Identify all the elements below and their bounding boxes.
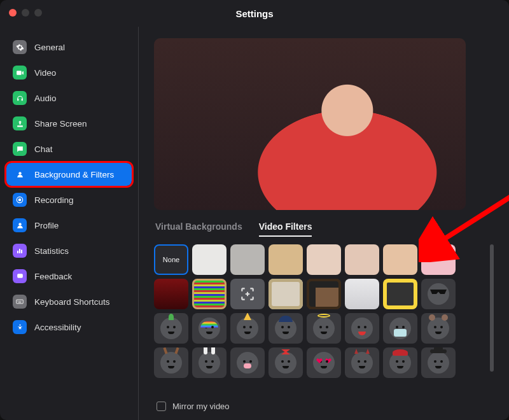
filter-tint-peach[interactable] [383,244,417,275]
tab-virtual-backgrounds[interactable]: Virtual Backgrounds [155,221,242,237]
filter-cap[interactable] [268,313,303,344]
filter-bunny-ears[interactable] [192,347,227,378]
filter-surgical-mask[interactable] [383,313,417,344]
filter-tint-gray[interactable] [230,244,265,275]
sidebar-item-label: Keyboard Shortcuts [34,297,110,307]
filter-sprout[interactable] [154,313,188,344]
svg-point-3 [18,223,21,225]
filter-mirror-frame[interactable] [268,279,303,309]
sidebar-item-label: Feedback [34,272,72,281]
feedback-icon [13,269,27,283]
sidebar-item-label: Recording [34,195,74,205]
filter-horns[interactable] [345,347,379,378]
filter-emoji-frame[interactable] [383,279,417,309]
filter-tint-pink[interactable] [421,244,456,275]
mirror-video-row: Mirror my video [154,402,496,411]
minimize-window-button[interactable] [22,9,29,17]
filter-old-tv[interactable] [307,279,341,309]
svg-point-8 [18,275,20,276]
filter-none[interactable]: None [154,244,188,275]
svg-rect-6 [21,250,22,254]
sidebar-item-label: Audio [34,94,57,103]
video-filters-grid: None [154,244,466,395]
sidebar-item-record[interactable]: Recording [6,188,132,211]
chat-icon [13,142,27,156]
profile-icon [13,218,27,232]
sidebar-item-label: Accessibility [34,323,81,332]
gear-icon [13,40,27,54]
settings-sidebar: GeneralVideoAudioShare ScreenChatBackgro… [0,27,139,420]
filter-tint-light[interactable] [192,244,227,275]
sidebar-item-label: Profile [34,221,59,230]
settings-window: Settings GeneralVideoAudioShare ScreenCh… [0,0,509,420]
filter-party-hat[interactable] [230,313,265,344]
video-icon [13,66,27,80]
filter-sunglasses[interactable] [421,279,456,309]
svg-rect-5 [19,249,20,253]
sidebar-item-label: Video [34,68,56,78]
sidebar-item-headphones[interactable]: Audio [6,87,132,109]
record-icon [13,193,27,207]
sidebar-item-person[interactable]: Background & Filters [6,163,132,186]
svg-rect-10 [17,300,24,304]
svg-rect-12 [19,301,20,302]
close-window-button[interactable] [9,9,17,17]
sidebar-item-share[interactable]: Share Screen [6,112,132,135]
filter-tint-tan[interactable] [268,244,303,275]
sidebar-item-label: Background & Filters [34,170,114,179]
filter-halo[interactable] [307,313,341,344]
sidebar-item-label: Chat [34,144,53,154]
keyboard-icon [13,295,27,309]
svg-point-15 [19,324,20,325]
svg-rect-7 [17,274,23,278]
zoom-window-button[interactable] [34,9,42,17]
sidebar-item-chat[interactable]: Chat [6,137,132,160]
window-title: Settings [235,8,273,19]
filter-fedora[interactable] [421,347,456,378]
stats-icon [13,244,27,258]
window-controls [9,9,42,17]
filter-heart-glasses[interactable] [307,347,341,378]
svg-rect-14 [18,302,22,303]
filter-theater[interactable] [154,279,188,309]
filter-bow[interactable] [268,347,303,378]
filter-antlers[interactable] [154,347,188,378]
filter-tint-rose[interactable] [345,244,379,275]
headphones-icon [13,91,27,105]
filter-tint-warm[interactable] [307,244,341,275]
sidebar-item-stats[interactable]: Statistics [6,239,132,262]
sidebar-item-label: General [34,43,65,52]
filter-studio[interactable] [345,279,379,309]
sidebar-item-profile[interactable]: Profile [6,214,132,237]
sidebar-item-video[interactable]: Video [6,61,132,84]
svg-point-9 [20,275,22,276]
sidebar-item-label: Statistics [34,246,69,256]
video-preview [154,38,466,210]
filter-rainbow[interactable] [192,313,227,344]
person-icon [13,167,27,181]
sidebar-item-gear[interactable]: General [6,36,132,59]
filter-mouse-ears[interactable] [421,313,456,344]
svg-point-0 [18,172,21,174]
filter-beret[interactable] [383,347,417,378]
settings-main: Virtual Backgrounds Video Filters None M… [139,27,509,420]
filter-lips[interactable] [345,313,379,344]
sidebar-item-keyboard[interactable]: Keyboard Shortcuts [6,290,132,313]
share-icon [13,116,27,130]
filter-crop-frame[interactable] [230,279,265,309]
svg-rect-4 [17,251,18,253]
filter-tabs: Virtual Backgrounds Video Filters [155,221,496,237]
sidebar-item-accessibility[interactable]: Accessibility [6,316,132,339]
svg-point-2 [18,199,21,201]
mirror-video-checkbox[interactable] [157,402,166,411]
accessibility-icon [13,320,27,334]
svg-rect-11 [18,301,18,302]
titlebar: Settings [0,0,509,27]
sidebar-item-feedback[interactable]: Feedback [6,265,132,288]
filters-scrollbar[interactable] [490,244,494,372]
mirror-video-label: Mirror my video [172,402,230,411]
tab-video-filters[interactable]: Video Filters [259,221,312,237]
filter-pig-nose[interactable] [230,347,265,378]
svg-rect-13 [20,301,21,302]
filter-tv-static[interactable] [192,279,227,309]
